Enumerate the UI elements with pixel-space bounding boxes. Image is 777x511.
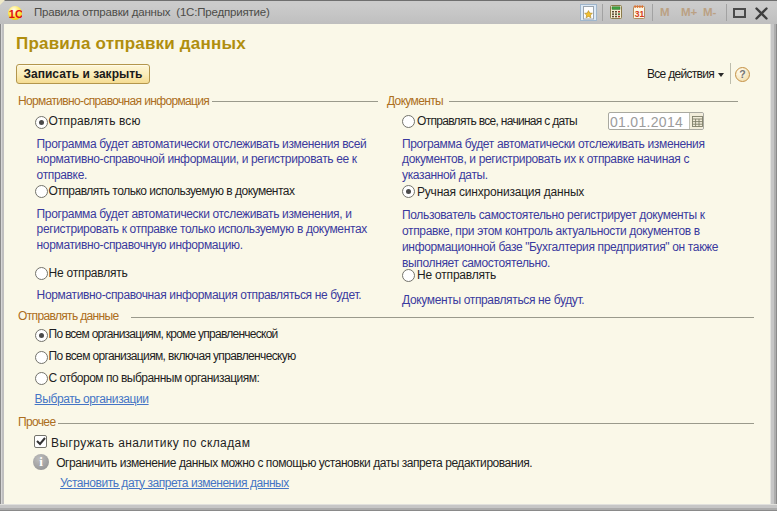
svg-text:1С: 1С xyxy=(9,8,22,20)
svg-text:31: 31 xyxy=(635,9,645,19)
